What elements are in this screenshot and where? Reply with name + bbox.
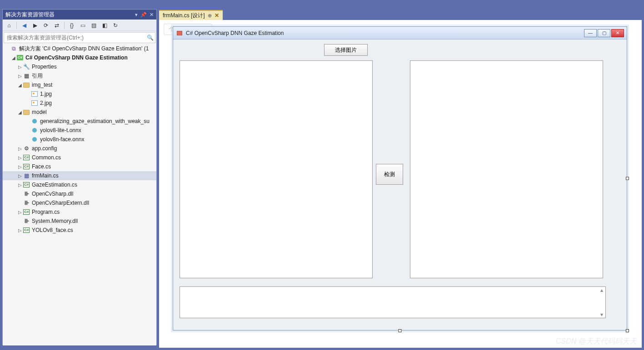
- form-title: C# OpenCvSharp DNN Gaze Estimation: [186, 30, 584, 36]
- csharp-project-icon: C#: [16, 54, 24, 61]
- form-designer-surface[interactable]: 个项目，共 1 个 C# OpenCvSharp DNN Gaze Estima…: [159, 20, 642, 348]
- refresh-button[interactable]: ⟳: [41, 21, 50, 30]
- tree-project[interactable]: ◢C#C# OpenCvSharp DNN Gaze Estimation: [3, 53, 156, 62]
- dll-icon: ⊪: [23, 217, 30, 225]
- window-buttons: — ▢ ✕: [584, 29, 624, 37]
- tree-item-onnx3[interactable]: yolov8n-face.onnx: [3, 135, 156, 144]
- tree-properties[interactable]: ▷🔧Properties: [3, 62, 156, 71]
- tree-item-yolo[interactable]: ▷C#YOLOv8_face.cs: [3, 226, 156, 235]
- brace-button[interactable]: {}: [67, 21, 76, 30]
- watermark-text: CSDN @天天代码码天天: [556, 337, 637, 346]
- folder-icon: [23, 81, 30, 89]
- dll-icon: ⊪: [23, 199, 30, 207]
- tree-item-gaze[interactable]: ▷C#GazeEstimation.cs: [3, 180, 156, 189]
- tree-item-common[interactable]: ▷C#Common.cs: [3, 153, 156, 162]
- maximize-button[interactable]: ▢: [598, 29, 610, 37]
- cs-file-icon: C#: [23, 227, 30, 234]
- properties-button[interactable]: ▤: [89, 21, 98, 30]
- tab-pin-icon[interactable]: ⊕: [208, 13, 212, 19]
- minimize-button[interactable]: —: [584, 29, 597, 37]
- search-input[interactable]: [4, 35, 145, 41]
- form-client-area[interactable]: 选择图片 检测 ▴▾: [176, 41, 624, 327]
- cs-file-icon: C#: [23, 154, 30, 161]
- more-button[interactable]: ↻: [111, 21, 120, 30]
- back-button[interactable]: ◀: [20, 21, 29, 30]
- detect-button[interactable]: 检测: [376, 164, 403, 185]
- form-window[interactable]: C# OpenCvSharp DNN Gaze Estimation — ▢ ✕…: [173, 26, 627, 330]
- cs-file-icon: C#: [23, 208, 30, 216]
- references-icon: ▦: [23, 72, 30, 79]
- search-icon[interactable]: 🔍: [145, 35, 155, 41]
- tab-close-icon[interactable]: ✕: [215, 12, 219, 19]
- tree-item-dll1[interactable]: ⊪OpenCvSharp.dll: [3, 189, 156, 198]
- sync-button[interactable]: ⇄: [52, 21, 61, 30]
- cs-file-icon: C#: [23, 163, 30, 170]
- tree-item-onnx1[interactable]: generalizing_gaze_estimation_with_weak_s…: [3, 117, 156, 126]
- tree-item-2jpg[interactable]: 2.jpg: [3, 99, 156, 108]
- tree-item-onnx2[interactable]: yolov8-lite-t.onnx: [3, 126, 156, 135]
- image-icon: [31, 99, 38, 107]
- collapse-button[interactable]: ▭: [78, 21, 87, 30]
- tree-solution[interactable]: ⧉解决方案 'C# OpenCvSharp DNN Gaze Estimatio…: [3, 44, 156, 53]
- solution-icon: ⧉: [10, 45, 17, 52]
- search-row: 🔍: [4, 32, 155, 43]
- form-app-icon: [176, 30, 183, 37]
- tree-item-1jpg[interactable]: 1.jpg: [3, 89, 156, 99]
- tree-folder-model[interactable]: ◢model: [3, 108, 156, 117]
- picturebox-right[interactable]: [410, 60, 603, 278]
- tree-item-program[interactable]: ▷C#Program.cs: [3, 207, 156, 217]
- panel-title: 解决方案资源管理器: [5, 10, 55, 20]
- scroll-down-icon[interactable]: ▾: [600, 311, 603, 318]
- tree-item-dll2[interactable]: ⊪OpenCvSharpExtern.dll: [3, 198, 156, 207]
- resize-handle-right[interactable]: [626, 177, 629, 180]
- tree-folder-imgtest[interactable]: ◢img_test: [3, 80, 156, 89]
- tree-references[interactable]: ▷▦引用: [3, 71, 156, 80]
- tree-item-appconfig[interactable]: ▷⚙app.config: [3, 144, 156, 153]
- tab-label: frmMain.cs [设计]: [163, 12, 205, 20]
- tab-bar: frmMain.cs [设计] ⊕ ✕: [159, 9, 223, 20]
- solution-explorer-panel: 解决方案资源管理器 ▾ 📌 ✕ ⌂ ◀ ▶ ⟳ ⇄ {} ▭ ▤ ◧ ↻ 🔍 ⧉…: [2, 9, 157, 345]
- home-button[interactable]: ⌂: [5, 21, 14, 30]
- dll-icon: ⊪: [23, 190, 30, 197]
- pin-icon[interactable]: 📌: [140, 10, 147, 20]
- image-icon: [31, 90, 38, 98]
- output-textbox[interactable]: ▴▾: [180, 286, 606, 318]
- picturebox-left[interactable]: [180, 60, 373, 278]
- scrollbar[interactable]: ▴▾: [598, 287, 605, 318]
- tree-item-dll3[interactable]: ⊪System.Memory.dll: [3, 217, 156, 226]
- tree-item-frmmain[interactable]: ▷▦frmMain.cs: [3, 171, 156, 180]
- solution-toolbar: ⌂ ◀ ▶ ⟳ ⇄ {} ▭ ▤ ◧ ↻: [3, 20, 156, 31]
- solution-tree[interactable]: ⧉解决方案 'C# OpenCvSharp DNN Gaze Estimatio…: [3, 44, 156, 345]
- onnx-icon: [31, 127, 38, 134]
- form-icon: ▦: [23, 172, 30, 179]
- onnx-icon: [31, 118, 38, 125]
- onnx-icon: [31, 136, 38, 143]
- scroll-up-icon[interactable]: ▴: [600, 287, 603, 293]
- close-button[interactable]: ✕: [611, 29, 624, 37]
- cs-file-icon: C#: [23, 181, 30, 188]
- view-button[interactable]: ◧: [100, 21, 109, 30]
- panel-header: 解决方案资源管理器 ▾ 📌 ✕: [3, 10, 156, 20]
- wrench-icon: 🔧: [23, 63, 30, 70]
- close-icon[interactable]: ✕: [150, 10, 154, 20]
- forward-button[interactable]: ▶: [30, 21, 40, 30]
- config-icon: ⚙: [23, 145, 30, 152]
- separator: [64, 22, 65, 29]
- dropdown-icon[interactable]: ▾: [135, 10, 138, 20]
- panel-header-icons: ▾ 📌 ✕: [135, 10, 154, 20]
- tab-frmmain-design[interactable]: frmMain.cs [设计] ⊕ ✕: [159, 10, 223, 20]
- tree-item-face[interactable]: ▷C#Face.cs: [3, 162, 156, 171]
- select-image-button[interactable]: 选择图片: [324, 44, 368, 56]
- resize-handle-corner[interactable]: [626, 329, 629, 332]
- folder-icon: [23, 108, 30, 116]
- separator: [16, 22, 17, 29]
- resize-handle-bottom[interactable]: [399, 329, 402, 332]
- form-titlebar[interactable]: C# OpenCvSharp DNN Gaze Estimation — ▢ ✕: [173, 27, 627, 39]
